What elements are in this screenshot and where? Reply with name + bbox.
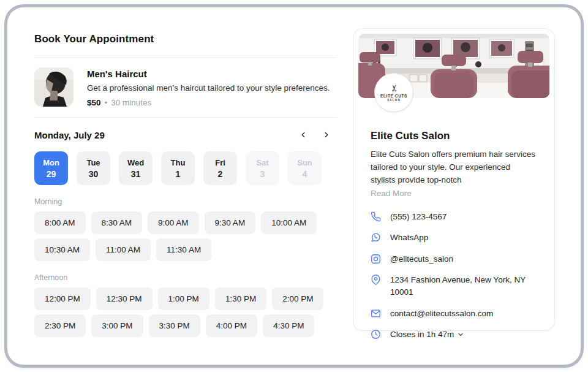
salon-address: 1234 Fashion Avenue, New York, NY 10001 [390,274,537,298]
service-duration: 30 minutes [111,98,151,107]
day-button-sat: Sat 3 [246,151,279,185]
chevron-right-icon [322,131,331,139]
service-price-row: $50 • 30 minutes [87,98,330,107]
time-slot[interactable]: 1:00 PM [158,287,209,310]
phone-number: (555) 123-4567 [390,211,447,223]
day-button-mon[interactable]: Mon 29 [34,151,68,185]
scissors-icon: ✂ [389,84,398,92]
main-layout: Book Your Appointment Men's Haircut [7,7,581,337]
page-title: Book Your Appointment [34,33,337,45]
whatsapp-row[interactable]: WhatsApp [371,232,537,244]
instagram-icon [371,254,381,264]
mens-haircut-photo [34,67,74,107]
time-slot[interactable]: 9:00 AM [148,211,199,234]
afternoon-section-label: Afternoon [34,273,337,282]
service-card: Men's Haircut Get a professional men's h… [34,58,337,117]
salon-details: Elite Cuts Salon Elite Cuts Salon offers… [353,103,554,341]
day-number: 4 [303,169,307,179]
instagram-row[interactable]: @elitecuts_salon [371,253,537,265]
service-thumbnail-image [34,67,74,107]
salon-name: Elite Cuts Salon [371,130,537,142]
selected-date-label: Monday, July 29 [34,130,105,140]
time-slot[interactable]: 11:00 AM [96,238,151,261]
chevron-left-icon [299,131,307,139]
time-slot[interactable]: 2:30 PM [34,314,86,337]
time-slot[interactable]: 10:00 AM [261,211,317,234]
whatsapp-icon [371,232,381,243]
day-number: 1 [176,169,181,179]
read-more-link[interactable]: Read More [371,189,412,198]
map-pin-icon [371,275,381,285]
time-slot[interactable]: 8:00 AM [34,211,86,234]
service-price: $50 [87,98,101,107]
contact-list: (555) 123-4567 WhatsApp [371,211,537,341]
time-slot[interactable]: 4:30 PM [263,314,314,337]
time-slot[interactable]: 12:00 PM [34,287,91,310]
service-info: Men's Haircut Get a professional men's h… [87,67,330,107]
day-number: 2 [218,169,223,179]
time-slot[interactable]: 3:00 PM [91,314,143,337]
salon-description: Elite Cuts Salon offers premium hair ser… [371,148,537,187]
time-slot[interactable]: 10:30 AM [34,238,90,261]
afternoon-slots: 12:00 PM 12:30 PM 1:00 PM 1:30 PM 2:00 P… [34,287,337,337]
instagram-handle: @elitecuts_salon [390,253,453,265]
service-name: Men's Haircut [87,69,330,79]
day-button-tue[interactable]: Tue 30 [77,151,110,185]
morning-slots: 8:00 AM 8:30 AM 9:00 AM 9:30 AM 10:00 AM… [34,211,337,261]
salon-info-card: ✂ ELITE CUTS SALON Elite Cuts Salon Elit… [353,28,555,331]
hours-text: Closes in 1h 47m [390,328,454,341]
phone-row[interactable]: (555) 123-4567 [371,211,537,223]
chevron-down-icon [457,331,464,338]
day-button-wed[interactable]: Wed 31 [119,151,153,185]
day-label: Tue [86,158,100,167]
clock-icon [371,329,381,340]
salon-email: contact@elitecutssalon.com [390,308,493,320]
divider [34,117,337,118]
booking-widget-window: Book Your Appointment Men's Haircut [7,7,581,365]
email-row[interactable]: contact@elitecutssalon.com [371,308,537,320]
salon-logo: ✂ ELITE CUTS SALON [374,73,413,112]
day-number: 30 [89,169,99,179]
phone-icon [371,211,381,222]
hours-status: Closes in 1h 47m [390,328,464,341]
next-date-button[interactable] [320,128,333,142]
dot-separator: • [105,98,108,107]
day-number: 29 [47,169,56,179]
day-button-fri[interactable]: Fri 2 [203,151,237,185]
time-slot[interactable]: 4:00 PM [206,314,257,337]
day-number: 3 [260,169,265,179]
time-slot[interactable]: 8:30 AM [91,211,143,234]
day-label: Mon [43,158,59,167]
time-slot[interactable]: 1:30 PM [215,287,266,310]
service-description: Get a professional men's haircut tailore… [87,83,330,93]
day-label: Fri [215,158,225,167]
day-label: Sat [256,158,268,167]
time-slot[interactable]: 3:30 PM [149,314,200,337]
day-selector: Mon 29 Tue 30 Wed 31 Thu 1 Fri 2 [34,151,337,185]
morning-section-label: Morning [34,197,337,206]
day-label: Wed [127,158,144,167]
day-button-thu[interactable]: Thu 1 [161,151,195,185]
prev-date-button[interactable] [296,128,310,142]
address-row[interactable]: 1234 Fashion Avenue, New York, NY 10001 [371,274,537,298]
hours-row[interactable]: Closes in 1h 47m [371,328,537,341]
salon-logo-text: ELITE CUTS [380,94,407,98]
salon-logo-subtext: SALON [387,99,401,102]
time-slot[interactable]: 11:30 AM [156,238,211,261]
booking-panel: Book Your Appointment Men's Haircut [34,28,337,337]
day-label: Sun [297,158,312,167]
day-button-sun: Sun 4 [288,151,322,185]
screenshot-stage: Book Your Appointment Men's Haircut [0,0,588,372]
mail-icon [371,308,381,319]
time-slot[interactable]: 9:30 AM [205,211,256,234]
date-nav [296,128,333,142]
time-slot[interactable]: 2:00 PM [272,287,323,310]
time-slot[interactable]: 12:30 PM [96,287,153,310]
date-header: Monday, July 29 [34,128,337,142]
day-number: 31 [131,169,141,179]
day-label: Thu [171,158,186,167]
whatsapp-label: WhatsApp [390,232,428,244]
